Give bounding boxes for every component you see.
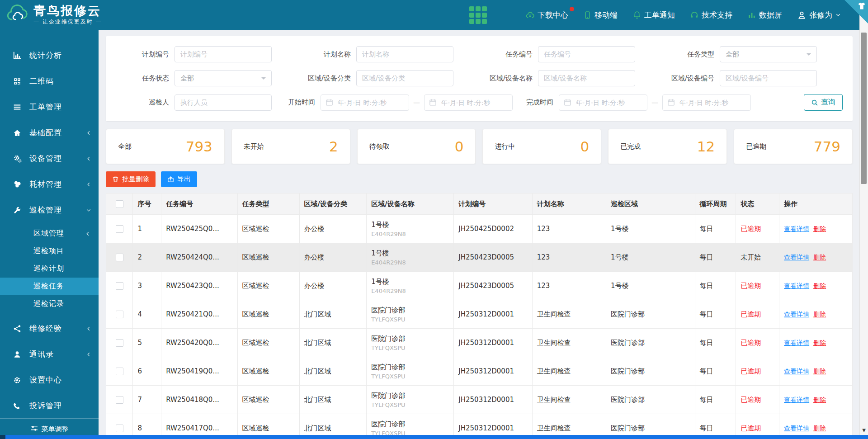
select-all-checkbox[interactable]: [116, 200, 123, 208]
stat-card-5[interactable]: 已逾期779: [734, 129, 853, 164]
apps-grid-icon[interactable]: [469, 6, 487, 24]
cell-plan-name: 123: [532, 215, 606, 243]
inspector-field: 巡检人: [116, 94, 272, 111]
delete-link[interactable]: 删除: [813, 254, 826, 261]
export-button[interactable]: 导出: [161, 171, 197, 187]
range-separator: —: [413, 99, 420, 107]
header-nav-4[interactable]: 数据屏: [748, 10, 782, 20]
user-menu[interactable]: 张修为: [797, 10, 841, 20]
sidebar-subitem-1[interactable]: 巡检项目: [0, 242, 99, 260]
start-time-to-picker[interactable]: [424, 94, 513, 111]
filter-field: 任务类型全部: [661, 46, 843, 62]
select-value: 全部: [180, 74, 261, 83]
view-detail-link[interactable]: 查看详情: [784, 425, 809, 432]
sidebar-subitem-3[interactable]: 巡检任务: [0, 278, 99, 295]
view-detail-link[interactable]: 查看详情: [784, 282, 809, 289]
view-detail-link[interactable]: 查看详情: [784, 396, 809, 403]
inspector-input[interactable]: [175, 94, 272, 111]
row-checkbox[interactable]: [116, 368, 123, 375]
sidebar-item-9[interactable]: 设置中心: [0, 367, 99, 393]
search-button[interactable]: 查询: [804, 94, 843, 111]
sidebar-item-label: 通讯录: [29, 349, 54, 359]
view-detail-link[interactable]: 查看详情: [784, 339, 809, 346]
filter-input[interactable]: [356, 46, 453, 62]
cloud-logo-icon: [6, 5, 29, 25]
delete-link[interactable]: 删除: [813, 425, 826, 432]
sidebar-item-6[interactable]: 巡检管理: [0, 197, 99, 223]
batch-delete-button[interactable]: 批量删除: [106, 171, 156, 187]
view-detail-link[interactable]: 查看详情: [784, 368, 809, 375]
row-checkbox[interactable]: [116, 225, 123, 233]
start-time-from-input[interactable]: [337, 99, 404, 107]
filter-input[interactable]: [538, 46, 635, 62]
stat-card-1[interactable]: 未开始2: [231, 129, 350, 164]
view-detail-link[interactable]: 查看详情: [784, 225, 809, 232]
sidebar-item-3[interactable]: 基础配置: [0, 120, 99, 146]
stat-card-3[interactable]: 进行中0: [482, 129, 601, 164]
chevron-down-icon: [86, 208, 91, 213]
table-header: 序号任务编号任务类型区域/设备分类区域/设备名称计划编号计划名称巡检区域循环周期…: [106, 194, 853, 215]
sidebar-subitem-2[interactable]: 巡检计划: [0, 260, 99, 278]
delete-link[interactable]: 删除: [813, 368, 826, 375]
row-checkbox[interactable]: [116, 282, 123, 290]
filter-row-3: 巡检人 开始时间 — 完成时间: [116, 94, 843, 111]
sidebar-item-10[interactable]: 投诉管理: [0, 393, 99, 419]
cell-task-type: 区域巡检: [237, 272, 299, 300]
sidebar-subitem-0[interactable]: 区域管理: [0, 225, 99, 242]
cell-plan-no: JH250312D0001: [454, 386, 532, 414]
filter-select[interactable]: 全部: [720, 46, 817, 62]
select-value: 全部: [726, 50, 807, 59]
row-checkbox[interactable]: [116, 425, 123, 432]
delete-link[interactable]: 删除: [813, 339, 826, 346]
delete-link[interactable]: 删除: [813, 282, 826, 289]
start-time-to-input[interactable]: [440, 99, 508, 107]
view-detail-link[interactable]: 查看详情: [784, 311, 809, 318]
sidebar-item-0[interactable]: 统计分析: [0, 42, 99, 68]
end-time-from-picker[interactable]: [559, 94, 647, 111]
row-checkbox[interactable]: [116, 254, 123, 261]
sidebar-item-label: 设备管理: [29, 153, 62, 164]
end-time-from-input[interactable]: [575, 99, 642, 107]
cell-cycle: 每日: [695, 215, 736, 243]
scrollbar-thumb[interactable]: [861, 33, 867, 184]
download-cloud-icon: [526, 11, 534, 19]
stat-card-2[interactable]: 待领取0: [357, 129, 476, 164]
cell-no: 2: [133, 243, 161, 272]
end-time-to-input[interactable]: [679, 99, 746, 107]
stat-card-0[interactable]: 全部793: [106, 129, 225, 164]
sidebar-item-2[interactable]: 工单管理: [0, 94, 99, 120]
delete-link[interactable]: 删除: [813, 396, 826, 403]
filter-input[interactable]: [175, 46, 272, 62]
stat-label: 进行中: [495, 142, 515, 151]
header-nav-2[interactable]: 工单通知: [633, 10, 675, 20]
logo[interactable]: 青鸟报修云 — 让企业维保更及时 —: [0, 4, 102, 26]
row-checkbox[interactable]: [116, 311, 123, 318]
end-time-to-picker[interactable]: [662, 94, 751, 111]
sidebar-item-5[interactable]: 耗材管理: [0, 171, 99, 197]
column-header: 状态: [736, 194, 779, 215]
filter-select[interactable]: 全部: [175, 70, 272, 86]
scrollbar-down-arrow[interactable]: ▼: [860, 428, 868, 433]
delete-link[interactable]: 删除: [813, 225, 826, 232]
header-nav-0[interactable]: 下载中心: [526, 10, 568, 20]
shirt-icon: [857, 1, 866, 10]
sidebar-item-1[interactable]: 二维码: [0, 68, 99, 94]
header-nav-1[interactable]: 移动端: [584, 10, 618, 20]
row-checkbox[interactable]: [116, 339, 123, 347]
start-time-from-picker[interactable]: [321, 94, 409, 111]
filter-input[interactable]: [356, 70, 453, 86]
row-checkbox[interactable]: [116, 396, 123, 404]
header-nav-3[interactable]: 技术支持: [690, 10, 732, 20]
menu-adjust-button[interactable]: 菜单调整: [0, 418, 99, 434]
sidebar-item-7[interactable]: 维修经验: [0, 316, 99, 341]
stat-card-4[interactable]: 已完成12: [608, 129, 727, 164]
sidebar-item-4[interactable]: 设备管理: [0, 146, 99, 171]
filter-input[interactable]: [720, 70, 817, 86]
view-detail-link[interactable]: 查看详情: [784, 254, 809, 261]
vertical-scrollbar[interactable]: ▼: [859, 0, 868, 439]
sidebar-item-8[interactable]: 通讯录: [0, 341, 99, 367]
delete-link[interactable]: 删除: [813, 311, 826, 318]
sidebar-subitem-4[interactable]: 巡检记录: [0, 295, 99, 313]
filter-input[interactable]: [538, 70, 635, 86]
cell-status: 已逾期: [736, 357, 779, 386]
